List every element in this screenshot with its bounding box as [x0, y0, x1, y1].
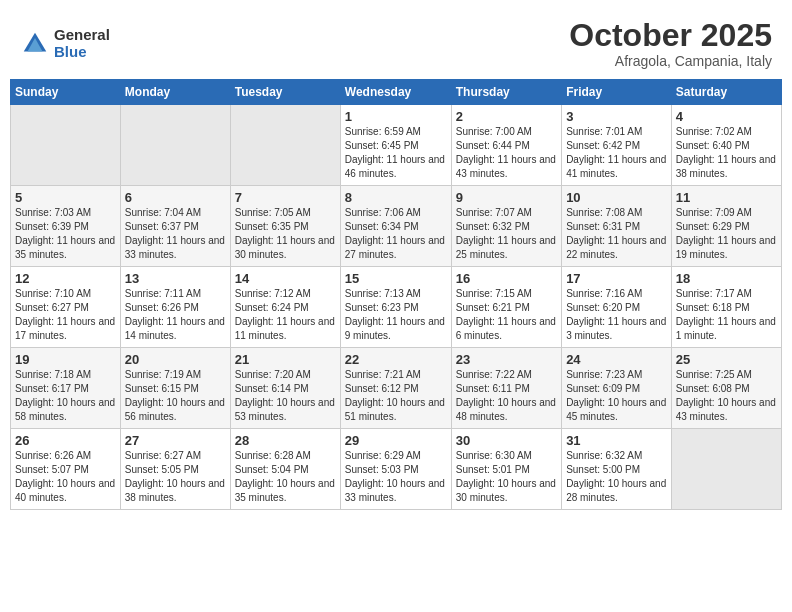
day-number: 2 [456, 109, 557, 124]
calendar-day-cell: 26Sunrise: 6:26 AM Sunset: 5:07 PM Dayli… [11, 429, 121, 510]
day-number: 1 [345, 109, 447, 124]
logo: General Blue [20, 27, 110, 60]
logo-blue-label: Blue [54, 44, 110, 61]
calendar-week-row: 12Sunrise: 7:10 AM Sunset: 6:27 PM Dayli… [11, 267, 782, 348]
day-number: 31 [566, 433, 667, 448]
day-info: Sunrise: 7:04 AM Sunset: 6:37 PM Dayligh… [125, 206, 226, 262]
calendar-day-cell: 19Sunrise: 7:18 AM Sunset: 6:17 PM Dayli… [11, 348, 121, 429]
day-number: 8 [345, 190, 447, 205]
day-info: Sunrise: 7:18 AM Sunset: 6:17 PM Dayligh… [15, 368, 116, 424]
month-title: October 2025 [569, 18, 772, 53]
calendar-day-cell: 15Sunrise: 7:13 AM Sunset: 6:23 PM Dayli… [340, 267, 451, 348]
calendar-day-cell: 6Sunrise: 7:04 AM Sunset: 6:37 PM Daylig… [120, 186, 230, 267]
day-number: 5 [15, 190, 116, 205]
day-number: 29 [345, 433, 447, 448]
page-header: General Blue October 2025 Afragola, Camp… [10, 10, 782, 73]
day-info: Sunrise: 7:08 AM Sunset: 6:31 PM Dayligh… [566, 206, 667, 262]
calendar-day-cell: 27Sunrise: 6:27 AM Sunset: 5:05 PM Dayli… [120, 429, 230, 510]
calendar-week-row: 5Sunrise: 7:03 AM Sunset: 6:39 PM Daylig… [11, 186, 782, 267]
calendar-table: SundayMondayTuesdayWednesdayThursdayFrid… [10, 79, 782, 510]
calendar-day-cell [120, 105, 230, 186]
calendar-day-cell: 9Sunrise: 7:07 AM Sunset: 6:32 PM Daylig… [451, 186, 561, 267]
weekday-header-row: SundayMondayTuesdayWednesdayThursdayFrid… [11, 80, 782, 105]
calendar-day-cell [11, 105, 121, 186]
day-info: Sunrise: 7:15 AM Sunset: 6:21 PM Dayligh… [456, 287, 557, 343]
day-number: 7 [235, 190, 336, 205]
day-info: Sunrise: 7:16 AM Sunset: 6:20 PM Dayligh… [566, 287, 667, 343]
calendar-day-cell: 11Sunrise: 7:09 AM Sunset: 6:29 PM Dayli… [671, 186, 781, 267]
day-number: 30 [456, 433, 557, 448]
calendar-day-cell: 3Sunrise: 7:01 AM Sunset: 6:42 PM Daylig… [562, 105, 672, 186]
day-info: Sunrise: 7:10 AM Sunset: 6:27 PM Dayligh… [15, 287, 116, 343]
day-number: 6 [125, 190, 226, 205]
day-number: 4 [676, 109, 777, 124]
day-number: 10 [566, 190, 667, 205]
day-number: 13 [125, 271, 226, 286]
calendar-day-cell: 5Sunrise: 7:03 AM Sunset: 6:39 PM Daylig… [11, 186, 121, 267]
day-number: 26 [15, 433, 116, 448]
weekday-header: Saturday [671, 80, 781, 105]
day-info: Sunrise: 7:09 AM Sunset: 6:29 PM Dayligh… [676, 206, 777, 262]
day-number: 25 [676, 352, 777, 367]
weekday-header: Sunday [11, 80, 121, 105]
calendar-day-cell: 8Sunrise: 7:06 AM Sunset: 6:34 PM Daylig… [340, 186, 451, 267]
calendar-day-cell [230, 105, 340, 186]
calendar-day-cell: 14Sunrise: 7:12 AM Sunset: 6:24 PM Dayli… [230, 267, 340, 348]
calendar-day-cell: 20Sunrise: 7:19 AM Sunset: 6:15 PM Dayli… [120, 348, 230, 429]
day-info: Sunrise: 7:22 AM Sunset: 6:11 PM Dayligh… [456, 368, 557, 424]
location-label: Afragola, Campania, Italy [569, 53, 772, 69]
calendar-day-cell [671, 429, 781, 510]
weekday-header: Monday [120, 80, 230, 105]
calendar-day-cell: 28Sunrise: 6:28 AM Sunset: 5:04 PM Dayli… [230, 429, 340, 510]
day-number: 15 [345, 271, 447, 286]
day-info: Sunrise: 7:19 AM Sunset: 6:15 PM Dayligh… [125, 368, 226, 424]
day-number: 22 [345, 352, 447, 367]
calendar-day-cell: 30Sunrise: 6:30 AM Sunset: 5:01 PM Dayli… [451, 429, 561, 510]
day-number: 19 [15, 352, 116, 367]
calendar-day-cell: 25Sunrise: 7:25 AM Sunset: 6:08 PM Dayli… [671, 348, 781, 429]
day-info: Sunrise: 7:07 AM Sunset: 6:32 PM Dayligh… [456, 206, 557, 262]
day-info: Sunrise: 6:27 AM Sunset: 5:05 PM Dayligh… [125, 449, 226, 505]
calendar-day-cell: 1Sunrise: 6:59 AM Sunset: 6:45 PM Daylig… [340, 105, 451, 186]
day-info: Sunrise: 7:25 AM Sunset: 6:08 PM Dayligh… [676, 368, 777, 424]
logo-text: General Blue [54, 27, 110, 60]
day-number: 27 [125, 433, 226, 448]
day-info: Sunrise: 7:21 AM Sunset: 6:12 PM Dayligh… [345, 368, 447, 424]
calendar-day-cell: 23Sunrise: 7:22 AM Sunset: 6:11 PM Dayli… [451, 348, 561, 429]
day-number: 28 [235, 433, 336, 448]
day-info: Sunrise: 6:29 AM Sunset: 5:03 PM Dayligh… [345, 449, 447, 505]
calendar-day-cell: 16Sunrise: 7:15 AM Sunset: 6:21 PM Dayli… [451, 267, 561, 348]
day-number: 12 [15, 271, 116, 286]
calendar-day-cell: 13Sunrise: 7:11 AM Sunset: 6:26 PM Dayli… [120, 267, 230, 348]
logo-icon [20, 29, 50, 59]
day-info: Sunrise: 6:59 AM Sunset: 6:45 PM Dayligh… [345, 125, 447, 181]
day-info: Sunrise: 7:20 AM Sunset: 6:14 PM Dayligh… [235, 368, 336, 424]
day-info: Sunrise: 7:00 AM Sunset: 6:44 PM Dayligh… [456, 125, 557, 181]
day-number: 20 [125, 352, 226, 367]
calendar-week-row: 19Sunrise: 7:18 AM Sunset: 6:17 PM Dayli… [11, 348, 782, 429]
calendar-day-cell: 22Sunrise: 7:21 AM Sunset: 6:12 PM Dayli… [340, 348, 451, 429]
day-info: Sunrise: 6:32 AM Sunset: 5:00 PM Dayligh… [566, 449, 667, 505]
day-info: Sunrise: 7:03 AM Sunset: 6:39 PM Dayligh… [15, 206, 116, 262]
day-info: Sunrise: 7:17 AM Sunset: 6:18 PM Dayligh… [676, 287, 777, 343]
day-number: 21 [235, 352, 336, 367]
day-number: 9 [456, 190, 557, 205]
calendar-day-cell: 17Sunrise: 7:16 AM Sunset: 6:20 PM Dayli… [562, 267, 672, 348]
day-info: Sunrise: 7:23 AM Sunset: 6:09 PM Dayligh… [566, 368, 667, 424]
calendar-day-cell: 18Sunrise: 7:17 AM Sunset: 6:18 PM Dayli… [671, 267, 781, 348]
day-info: Sunrise: 7:01 AM Sunset: 6:42 PM Dayligh… [566, 125, 667, 181]
calendar-week-row: 26Sunrise: 6:26 AM Sunset: 5:07 PM Dayli… [11, 429, 782, 510]
calendar-day-cell: 24Sunrise: 7:23 AM Sunset: 6:09 PM Dayli… [562, 348, 672, 429]
day-number: 24 [566, 352, 667, 367]
day-info: Sunrise: 6:30 AM Sunset: 5:01 PM Dayligh… [456, 449, 557, 505]
logo-general-label: General [54, 27, 110, 44]
calendar-day-cell: 4Sunrise: 7:02 AM Sunset: 6:40 PM Daylig… [671, 105, 781, 186]
calendar-day-cell: 12Sunrise: 7:10 AM Sunset: 6:27 PM Dayli… [11, 267, 121, 348]
weekday-header: Friday [562, 80, 672, 105]
day-number: 14 [235, 271, 336, 286]
day-info: Sunrise: 6:26 AM Sunset: 5:07 PM Dayligh… [15, 449, 116, 505]
day-number: 11 [676, 190, 777, 205]
day-info: Sunrise: 7:11 AM Sunset: 6:26 PM Dayligh… [125, 287, 226, 343]
day-number: 3 [566, 109, 667, 124]
day-number: 17 [566, 271, 667, 286]
